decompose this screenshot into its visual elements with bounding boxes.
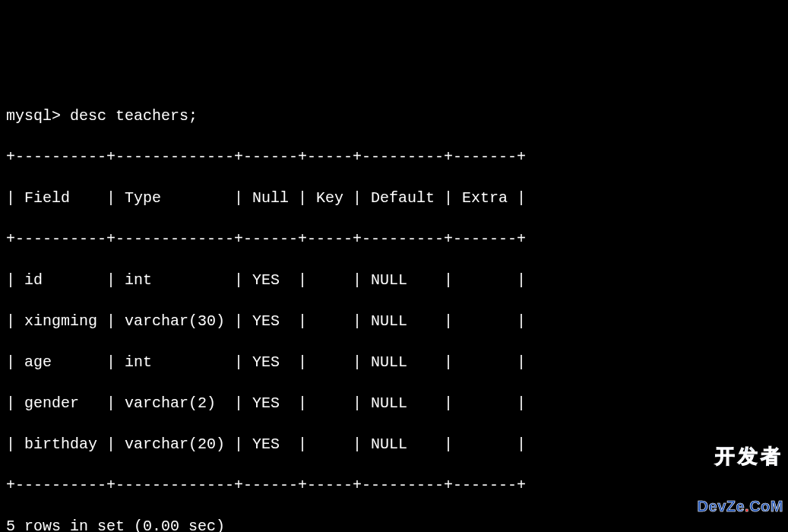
- terminal-output: mysql> desc teachers; +----------+------…: [6, 85, 782, 532]
- command-text: desc teachers;: [70, 107, 198, 125]
- table-row: | gender | varchar(2) | YES | | NULL | |: [6, 393, 782, 413]
- table-row: | id | int | YES | | NULL | |: [6, 270, 782, 290]
- prompt-line[interactable]: mysql> desc teachers;: [6, 106, 782, 126]
- prompt: mysql>: [6, 107, 61, 125]
- table-border: +----------+-------------+------+-----+-…: [6, 147, 782, 167]
- table-row: | age | int | YES | | NULL | |: [6, 352, 782, 372]
- result-summary: 5 rows in set (0.00 sec): [6, 516, 782, 532]
- table-row: | birthday | varchar(20) | YES | | NULL …: [6, 434, 782, 454]
- table-row: | xingming | varchar(30) | YES | | NULL …: [6, 311, 782, 331]
- table-header: | Field | Type | Null | Key | Default | …: [6, 188, 782, 208]
- table-border: +----------+-------------+------+-----+-…: [6, 229, 782, 249]
- table-border: +----------+-------------+------+-----+-…: [6, 475, 782, 496]
